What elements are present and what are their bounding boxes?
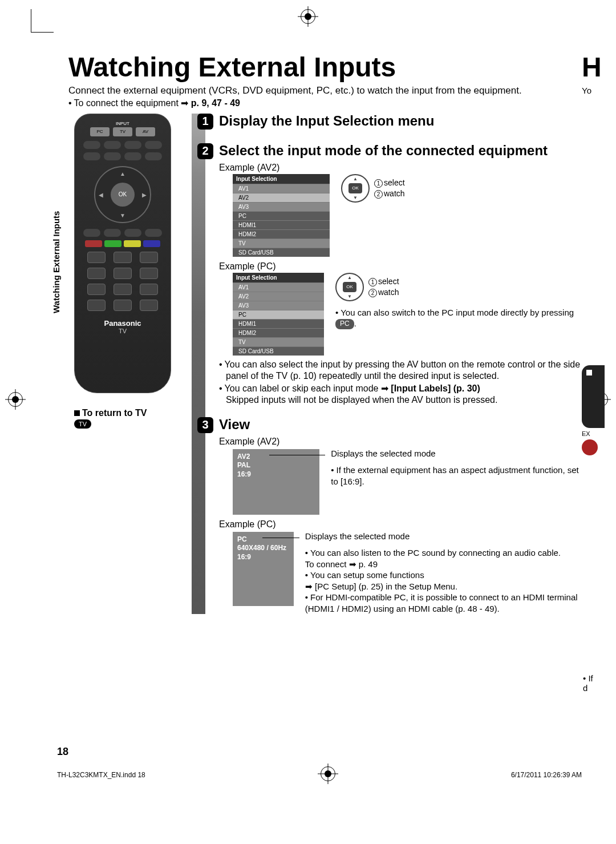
input-selection-menu-pc: Input Selection AV1 AV2 AV3 PC HDMI1 HDM…	[233, 273, 324, 356]
dpad-hint-pc: OK 1select 2watch	[335, 273, 399, 301]
step-number-1: 1	[197, 114, 213, 130]
remote-illustration: INPUT PC TV AV ▲▼ ◀▶ OK	[74, 114, 171, 393]
remote-tv-button: TV	[113, 127, 132, 136]
view-screen-av2: AV2 PAL 16:9	[233, 449, 319, 515]
dpad-hint-av2: OK 1select 2watch	[341, 174, 405, 203]
footer-left: TH-L32C3KMTX_EN.indd 18	[57, 771, 145, 779]
view-example-pc-label: Example (PC)	[219, 519, 582, 530]
remote-av-button: AV	[136, 127, 155, 136]
connect-note: To connect the equipment ➡ p. 9, 47 - 49	[68, 98, 582, 108]
return-to-tv-heading: To return to TV	[74, 408, 183, 418]
crop-mark	[31, 32, 54, 33]
remote-brand-sub: TV	[82, 328, 164, 334]
remote-ok-button: OK	[111, 183, 135, 207]
view-example-av2-label: Example (AV2)	[219, 437, 582, 447]
remote-input-label: INPUT	[82, 121, 164, 126]
step-gradient-bar	[192, 114, 205, 615]
example-av2-label: Example (AV2)	[219, 163, 582, 173]
step-2-bullets: You can also select the input by pressin…	[219, 359, 582, 406]
example-pc-label: Example (PC)	[219, 261, 582, 272]
intro-text: Connect the external equipment (VCRs, DV…	[68, 85, 582, 96]
step-3-title: View	[219, 417, 250, 432]
view-screen-pc: PC 640X480 / 60Hz 16:9	[233, 532, 294, 606]
pc-direct-note: You can also switch to the PC input mode…	[335, 307, 582, 330]
input-selection-menu-av2: Input Selection AV1 AV2 AV3 PC HDMI1 HDM…	[233, 174, 330, 257]
view-av2-side: Displays the selected mode If the extern…	[331, 448, 582, 487]
remote-brand: Panasonic	[82, 319, 164, 328]
registration-mark-icon	[8, 392, 23, 407]
registration-mark-icon	[301, 9, 315, 24]
registration-mark-icon	[321, 766, 335, 783]
page-title: Watching External Inputs	[68, 51, 582, 83]
step-number-2: 2	[197, 143, 213, 159]
next-page-fragment: H Yo EX • If d	[582, 51, 616, 748]
tv-button-pill: TV	[74, 419, 91, 429]
remote-pc-button: PC	[90, 127, 110, 136]
step-number-3: 3	[197, 417, 213, 433]
remote-dpad: ▲▼ ◀▶ OK	[94, 166, 151, 223]
footer-right: 6/17/2011 10:26:39 AM	[511, 771, 582, 779]
crop-mark	[31, 9, 31, 32]
view-pc-side: Displays the selected mode You can also …	[305, 531, 582, 615]
page-number: 18	[57, 746, 68, 758]
step-2-title: Select the input mode of the connected e…	[219, 143, 548, 158]
step-1-title: Display the Input Selection menu	[219, 114, 434, 128]
section-side-label: Watching External Inputs	[51, 211, 61, 313]
